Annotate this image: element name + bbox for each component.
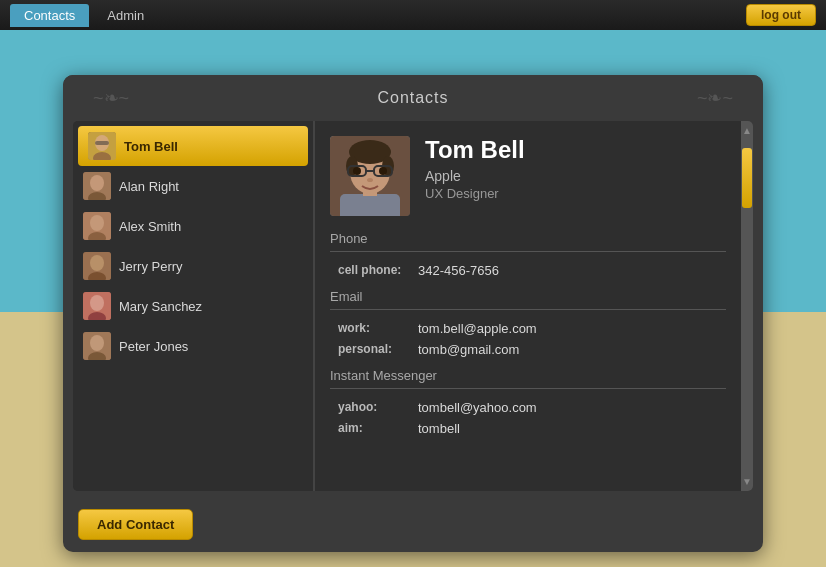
im-yahoo-value: tombell@yahoo.com [418,400,537,415]
svg-rect-3 [95,141,109,145]
logout-button[interactable]: log out [746,4,816,26]
email-work-label: work: [338,321,418,336]
main-container: Contacts Tom Bell [0,30,826,552]
nav-tabs: Contacts Admin [10,4,158,27]
svg-point-14 [90,295,104,311]
tab-contacts[interactable]: Contacts [10,4,89,27]
tab-admin[interactable]: Admin [93,4,158,27]
phone-section-label: Phone [330,231,726,246]
scroll-down-arrow[interactable]: ▼ [740,474,753,489]
im-aim-value: tombell [418,421,460,436]
detail-company: Apple [425,168,525,184]
im-divider [330,388,726,389]
contact-name-alexsmith: Alex Smith [119,219,181,234]
avatar-jerryperry [83,252,111,280]
top-nav: Contacts Admin log out [0,0,826,30]
im-row-aim: aim: tombell [330,418,726,439]
avatar-alexsmith [83,212,111,240]
scrollbar[interactable]: ▲ ▼ [741,121,753,491]
svg-point-30 [379,167,387,175]
contact-item-alanright[interactable]: Alan Right [73,166,313,206]
email-row-work: work: tom.bell@apple.com [330,318,726,339]
contact-list: Tom Bell Alan Right [73,121,313,491]
contact-name-jerryperry: Jerry Perry [119,259,183,274]
avatar-peterjones [83,332,111,360]
email-work-value: tom.bell@apple.com [418,321,537,336]
svg-rect-20 [340,194,400,216]
scroll-up-arrow[interactable]: ▲ [740,123,753,138]
scrollbar-thumb[interactable] [742,148,752,208]
svg-point-11 [90,255,104,271]
contact-item-tombell[interactable]: Tom Bell [78,126,308,166]
detail-photo [330,136,410,216]
contact-name-peterjones: Peter Jones [119,339,188,354]
contacts-panel: Contacts Tom Bell [63,75,763,552]
panel-header: Contacts [63,75,763,121]
svg-point-5 [90,175,104,191]
email-section-label: Email [330,289,726,304]
avatar-alanright [83,172,111,200]
contact-name-marysanchez: Mary Sanchez [119,299,202,314]
content-area: Tom Bell Alan Right [73,121,753,491]
panel-footer: Add Contact [63,501,763,552]
svg-point-17 [90,335,104,351]
phone-cell-label: cell phone: [338,263,418,278]
contact-name-tombell: Tom Bell [124,139,178,154]
svg-point-31 [367,178,373,182]
detail-name: Tom Bell [425,136,525,164]
im-yahoo-label: yahoo: [338,400,418,415]
phone-row-cell: cell phone: 342-456-7656 [330,260,726,281]
add-contact-button[interactable]: Add Contact [78,509,193,540]
contact-item-alexsmith[interactable]: Alex Smith [73,206,313,246]
email-row-personal: personal: tomb@gmail.com [330,339,726,360]
detail-panel: Tom Bell Apple UX Designer Phone cell ph… [315,121,741,491]
detail-job-title: UX Designer [425,186,525,201]
panel-title: Contacts [377,89,448,106]
svg-point-29 [353,167,361,175]
im-aim-label: aim: [338,421,418,436]
email-personal-label: personal: [338,342,418,357]
contact-item-peterjones[interactable]: Peter Jones [73,326,313,366]
contact-item-marysanchez[interactable]: Mary Sanchez [73,286,313,326]
email-divider [330,309,726,310]
contact-name-alanright: Alan Right [119,179,179,194]
detail-header: Tom Bell Apple UX Designer [330,136,726,216]
phone-cell-value: 342-456-7656 [418,263,499,278]
detail-info: Tom Bell Apple UX Designer [425,136,525,216]
avatar-marysanchez [83,292,111,320]
avatar-tombell [88,132,116,160]
contact-item-jerryperry[interactable]: Jerry Perry [73,246,313,286]
svg-point-8 [90,215,104,231]
im-row-yahoo: yahoo: tombell@yahoo.com [330,397,726,418]
im-section-label: Instant Messenger [330,368,726,383]
email-personal-value: tomb@gmail.com [418,342,519,357]
phone-divider [330,251,726,252]
